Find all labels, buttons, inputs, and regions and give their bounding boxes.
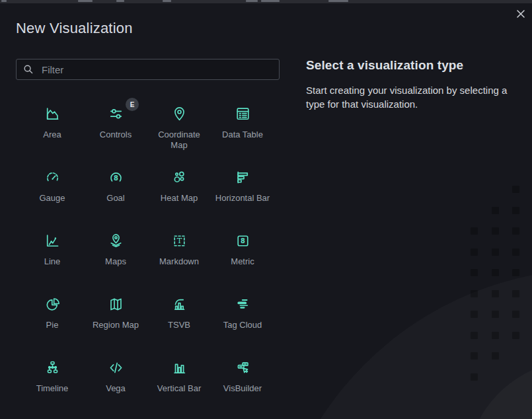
goal-icon: 8 <box>107 169 125 186</box>
detail-description: Start creating your visualization by sel… <box>306 83 519 111</box>
sliders-icon <box>107 105 125 123</box>
vis-type-label: Pie <box>46 320 59 330</box>
gauge-icon <box>44 169 61 186</box>
visbuilder-drag-icon <box>234 359 252 377</box>
deco-square <box>471 290 478 297</box>
vis-type-line[interactable]: Line <box>20 219 84 283</box>
modal-title: New Visualization <box>16 20 133 37</box>
deco-square <box>512 311 519 318</box>
decorative-circle-corner <box>466 360 532 419</box>
screen: New Visualization AreaEControlsCoordinat… <box>0 0 532 419</box>
deco-square <box>492 207 499 214</box>
deco-square <box>471 269 478 276</box>
new-visualization-modal: New Visualization AreaEControlsCoordinat… <box>0 3 532 419</box>
deco-square <box>512 290 519 297</box>
vis-type-label: TSVB <box>168 320 190 330</box>
vis-type-label: Vertical Bar <box>157 383 201 394</box>
vis-type-metric[interactable]: 8Metric <box>211 219 274 283</box>
filter-field <box>16 59 280 80</box>
deco-square <box>471 248 478 256</box>
vis-type-tsvb[interactable]: TSVB <box>147 283 211 346</box>
map-layers-pin-icon <box>107 232 125 250</box>
vis-type-label: Timeline <box>36 383 69 394</box>
vis-type-markdown[interactable]: TMarkdown <box>147 219 211 283</box>
vis-type-visbuilder[interactable]: VisBuilder <box>211 346 274 410</box>
vis-type-label: Metric <box>231 256 254 267</box>
horizontal-bars-icon <box>234 169 252 186</box>
timeline-nodes-icon <box>44 359 61 377</box>
deco-square <box>492 227 499 235</box>
vis-type-goal[interactable]: 8Goal <box>84 156 147 219</box>
line-chart-icon <box>44 232 61 250</box>
deco-square <box>471 311 478 318</box>
vis-type-maps[interactable]: Maps <box>84 219 147 283</box>
detail-panel: Select a visualization type Start creati… <box>306 58 519 111</box>
vis-type-label: Region Map <box>93 320 139 330</box>
close-button[interactable] <box>512 6 529 23</box>
deco-square <box>492 352 499 360</box>
vis-type-region-map[interactable]: Region Map <box>84 283 147 346</box>
deco-square <box>471 352 478 360</box>
deco-square <box>492 311 499 318</box>
deco-square <box>512 186 519 193</box>
deco-square <box>512 227 519 235</box>
vis-type-area[interactable]: Area <box>20 93 84 156</box>
svg-text:8: 8 <box>241 237 245 245</box>
experimental-badge: E <box>126 98 139 111</box>
deco-square <box>471 373 478 381</box>
vis-type-label: Controls <box>100 130 132 140</box>
table-icon <box>234 105 252 123</box>
deco-square <box>492 332 499 339</box>
code-brackets-icon <box>107 359 125 377</box>
vertical-bars-icon <box>171 359 188 377</box>
vis-type-data-table[interactable]: Data Table <box>211 93 274 156</box>
vis-type-coordinate-map[interactable]: Coordinate Map <box>147 93 211 156</box>
vis-type-label: Markdown <box>159 256 199 267</box>
deco-square <box>512 269 519 276</box>
deco-square <box>512 332 519 339</box>
deco-square <box>492 248 499 256</box>
svg-text:T: T <box>176 236 182 245</box>
vis-type-label: Tag Cloud <box>223 320 262 330</box>
vis-type-pie[interactable]: Pie <box>20 283 84 346</box>
vis-type-label: Area <box>43 130 61 140</box>
map-pin-icon <box>171 105 188 123</box>
vis-type-label: Goal <box>106 193 124 204</box>
detail-heading: Select a visualization type <box>306 58 519 73</box>
vis-type-label: Horizontal Bar <box>215 193 270 204</box>
close-x-icon <box>516 9 525 20</box>
deco-square <box>471 332 478 339</box>
deco-square <box>471 227 478 235</box>
filter-input[interactable] <box>16 59 280 80</box>
decorative-circle-large <box>269 269 532 419</box>
deco-square <box>512 248 519 256</box>
folded-map-icon <box>107 295 125 313</box>
deco-square <box>512 207 519 214</box>
pie-chart-icon <box>44 295 61 313</box>
tag-cloud-lines-icon <box>234 295 252 313</box>
vis-type-heat-map[interactable]: Heat Map <box>147 156 211 219</box>
vis-type-controls[interactable]: EControls <box>84 93 147 156</box>
markdown-text-icon: T <box>171 232 188 250</box>
vis-type-label: Maps <box>105 256 126 267</box>
vis-type-label: Coordinate Map <box>151 130 208 151</box>
vis-type-tag-cloud[interactable]: Tag Cloud <box>211 283 274 346</box>
vis-type-label: Heat Map <box>161 193 198 204</box>
vis-type-vega[interactable]: Vega <box>84 346 147 410</box>
svg-text:8: 8 <box>114 174 118 182</box>
deco-square <box>492 290 499 297</box>
vis-type-label: Line <box>44 256 61 267</box>
deco-square <box>492 269 499 276</box>
vis-type-label: Vega <box>106 383 126 394</box>
vis-type-label: Data Table <box>222 130 263 140</box>
vis-type-timeline[interactable]: Timeline <box>20 346 84 410</box>
heatmap-circles-icon <box>171 169 188 186</box>
vis-type-gauge[interactable]: Gauge <box>20 156 84 219</box>
area-chart-icon <box>44 105 61 123</box>
vis-type-label: Gauge <box>39 193 65 204</box>
vis-type-vertical-bar[interactable]: Vertical Bar <box>147 346 211 410</box>
metric-number-icon: 8 <box>234 232 252 250</box>
vis-type-label: VisBuilder <box>223 383 262 394</box>
vis-type-horizontal-bar[interactable]: Horizontal Bar <box>211 156 274 219</box>
visualization-type-grid: AreaEControlsCoordinate MapData TableGau… <box>20 93 274 410</box>
